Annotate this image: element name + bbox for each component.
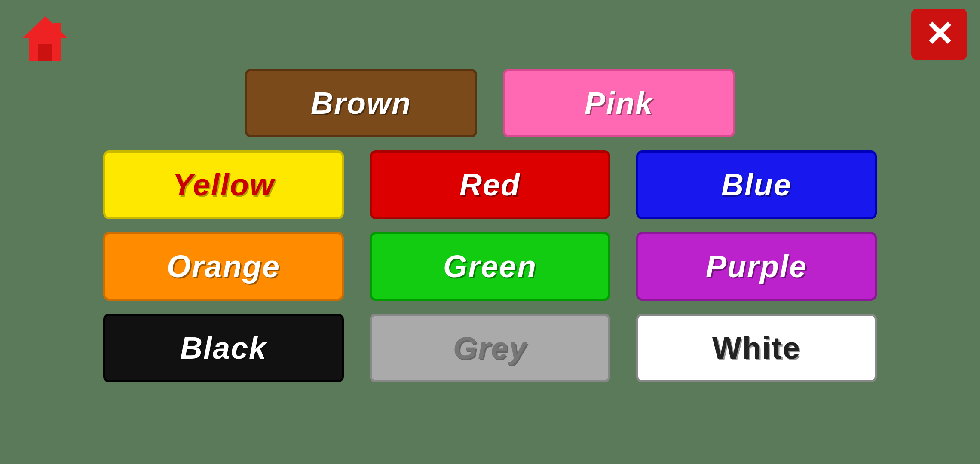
color-tile-brown[interactable]: Brown xyxy=(245,69,477,137)
color-label-pink: Pink xyxy=(585,85,653,121)
color-tile-black[interactable]: Black xyxy=(103,314,344,382)
svg-rect-2 xyxy=(38,44,52,61)
color-tile-orange[interactable]: Orange xyxy=(103,232,344,301)
color-label-black: Black xyxy=(180,330,267,366)
close-icon: ✕ xyxy=(925,17,954,52)
color-grid: Brown Pink Yellow Red Blue Orange Green … xyxy=(95,60,885,404)
color-label-orange: Orange xyxy=(167,249,280,284)
color-label-white: White xyxy=(712,330,801,366)
color-label-blue: Blue xyxy=(721,167,792,202)
color-tile-blue[interactable]: Blue xyxy=(636,150,877,219)
color-label-purple: Purple xyxy=(706,249,807,284)
home-button[interactable] xyxy=(17,13,73,64)
color-tile-grey[interactable]: Grey xyxy=(370,314,610,382)
color-label-grey: Grey xyxy=(453,330,527,366)
color-tile-yellow[interactable]: Yellow xyxy=(103,150,344,219)
home-icon xyxy=(19,14,71,64)
top-row: Brown Pink xyxy=(103,69,877,137)
svg-rect-3 xyxy=(53,23,61,35)
color-label-green: Green xyxy=(443,249,537,284)
color-tile-purple[interactable]: Purple xyxy=(636,232,877,301)
svg-marker-0 xyxy=(23,16,67,38)
color-label-red: Red xyxy=(459,167,521,202)
color-tile-pink[interactable]: Pink xyxy=(503,69,735,137)
color-tile-green[interactable]: Green xyxy=(370,232,610,301)
color-tile-white[interactable]: White xyxy=(636,314,877,382)
close-button[interactable]: ✕ xyxy=(911,9,967,60)
color-tile-red[interactable]: Red xyxy=(370,150,610,219)
color-label-brown: Brown xyxy=(311,85,411,121)
color-label-yellow: Yellow xyxy=(172,167,274,202)
